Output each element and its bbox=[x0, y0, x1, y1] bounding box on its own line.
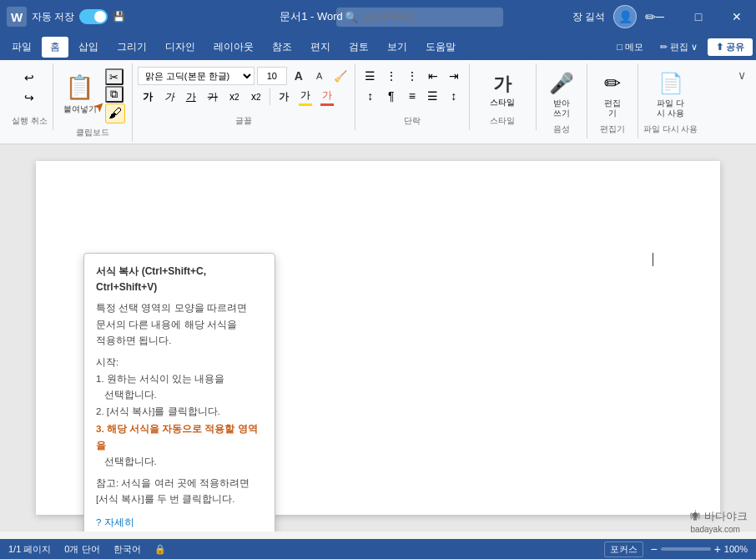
memo-label: 메모 bbox=[625, 41, 643, 53]
edit-label: 편집 bbox=[670, 41, 688, 53]
editor-button[interactable]: ✏ 편집기 bbox=[592, 67, 633, 122]
font-size-input[interactable] bbox=[257, 67, 287, 85]
undo-button[interactable]: ↩ bbox=[19, 68, 39, 87]
file-reuse-icon: 📄 bbox=[658, 70, 683, 97]
menu-layout[interactable]: 레이아웃 bbox=[205, 37, 262, 58]
menu-references[interactable]: 참조 bbox=[264, 37, 300, 58]
multilevel-list-button[interactable]: ⋮ bbox=[402, 67, 422, 85]
search-input[interactable] bbox=[363, 11, 488, 23]
tooltip-desc: 특정 선택 영역의 모양을 따르려면문서의 다른 내용에 해당 서식을적용하면 … bbox=[96, 300, 263, 350]
redo-button[interactable]: ↪ bbox=[19, 88, 39, 107]
ribbon-group-style: 가 스타일 스타일 bbox=[470, 63, 537, 130]
ribbon-group-editor: ✏ 편집기 편집기 bbox=[587, 63, 638, 138]
copy-button[interactable]: ⧉ bbox=[105, 86, 123, 103]
ribbon-expand-button[interactable]: ∨ bbox=[734, 67, 749, 83]
menu-home[interactable]: 홈 bbox=[42, 37, 68, 58]
maximize-button[interactable]: □ bbox=[679, 0, 718, 33]
cut-button[interactable]: ✂ bbox=[105, 68, 123, 85]
doc-title: 문서1 - Word bbox=[280, 9, 343, 24]
autosave-area: 자동 저장 💾 bbox=[32, 9, 125, 24]
text-effects-button[interactable]: 가 bbox=[274, 88, 294, 106]
file-reuse-button[interactable]: 📄 파일 다시 사용 bbox=[650, 67, 691, 122]
font-shrink-button[interactable]: A bbox=[310, 67, 329, 85]
minimize-button[interactable]: ─ bbox=[641, 0, 679, 33]
font-row2: 가 가 가 가 x2 x2 가 가 bbox=[138, 88, 350, 106]
font-name-select[interactable]: 맑은 고딕(본문 한글) bbox=[138, 67, 255, 85]
show-marks-button[interactable]: ¶ bbox=[381, 87, 401, 105]
zoom-controls: − + 100% bbox=[650, 542, 748, 556]
menu-bar: 파일 홈 삽입 그리기 디자인 레이아웃 참조 편지 검토 보기 도움말 □ 메… bbox=[0, 33, 756, 60]
superscript-button[interactable]: x2 bbox=[246, 88, 266, 106]
share-button[interactable]: ⬆ 공유 bbox=[708, 38, 753, 56]
paragraph-bottom: ↕ ¶ ≡ ☰ ↕ bbox=[360, 87, 464, 105]
window-controls: ─ □ ✕ bbox=[641, 0, 756, 33]
strikethrough-button[interactable]: 가 bbox=[203, 88, 223, 106]
format-painter-area: 🖌 ➤ bbox=[105, 103, 125, 123]
tooltip-learn-more[interactable]: ? 자세히 bbox=[96, 515, 263, 530]
zoom-level: 100% bbox=[724, 544, 748, 554]
bullet-list-button[interactable]: ☰ bbox=[360, 67, 381, 85]
tooltip-title: 서식 복사 (Ctrl+Shift+C, Ctrl+Shift+V) bbox=[96, 264, 263, 295]
small-clipboard-buttons: ✂ ⧉ 🖌 ➤ bbox=[103, 67, 127, 125]
editor-label: 편집기 bbox=[604, 98, 621, 118]
menu-insert[interactable]: 삽입 bbox=[70, 37, 107, 58]
edit-mode-button[interactable]: ✏ 편집 ∨ bbox=[653, 38, 704, 56]
menu-help[interactable]: 도움말 bbox=[417, 37, 464, 58]
ribbon-group-clipboard: 📋 붙여넣기 ✂ ⧉ 🖌 ➤ 클립보드 bbox=[53, 63, 133, 142]
numbered-list-button[interactable]: ⋮ bbox=[381, 67, 401, 85]
ribbon-label-font: 글꼴 bbox=[235, 113, 252, 127]
font-color-bar bbox=[320, 103, 334, 106]
dictate-icon: 🎤 bbox=[549, 70, 574, 97]
menu-mail[interactable]: 편지 bbox=[302, 37, 339, 58]
document-area: 서식 복사 (Ctrl+Shift+C, Ctrl+Shift+V) 특정 선택… bbox=[0, 144, 756, 531]
font-grow-button[interactable]: A bbox=[290, 67, 308, 85]
menu-view[interactable]: 보기 bbox=[379, 37, 416, 58]
bold-button[interactable]: 가 bbox=[138, 88, 158, 106]
ribbon-label-voice: 음성 bbox=[553, 122, 570, 135]
italic-button[interactable]: 가 bbox=[159, 88, 179, 106]
user-name: 장 길석 bbox=[572, 10, 605, 24]
indent-increase-button[interactable]: ⇥ bbox=[444, 67, 464, 85]
status-right: 포커스 − + 100% bbox=[604, 541, 748, 557]
clear-format-button[interactable]: 🧹 bbox=[331, 67, 350, 85]
memo-button[interactable]: □ 메모 bbox=[610, 38, 650, 56]
style-button[interactable]: 가 스타일 bbox=[483, 68, 522, 112]
menu-draw[interactable]: 그리기 bbox=[108, 37, 155, 58]
text-cursor bbox=[653, 253, 653, 266]
font-row1: 맑은 고딕(본문 한글) A A 🧹 bbox=[138, 67, 350, 85]
editor-icon: ✏ bbox=[604, 70, 621, 97]
share-icon: ⬆ bbox=[716, 42, 723, 53]
autosave-label: 자동 저장 bbox=[32, 10, 74, 24]
indent-decrease-button[interactable]: ⇤ bbox=[423, 67, 443, 85]
highlight-icon: 가 bbox=[299, 88, 312, 106]
ribbon-group-file-reuse: 📄 파일 다시 사용 파일 다시 사용 bbox=[638, 63, 703, 138]
line-spacing-button[interactable]: ↕ bbox=[444, 87, 464, 105]
font-color-button[interactable]: 가 bbox=[317, 88, 337, 106]
zoom-in-button[interactable]: + bbox=[714, 542, 721, 556]
menu-file[interactable]: 파일 bbox=[3, 37, 40, 58]
dictate-button[interactable]: 🎤 받아쓰기 bbox=[542, 67, 582, 122]
menu-design[interactable]: 디자인 bbox=[157, 37, 204, 58]
ribbon-group-paragraph: ☰ ⋮ ⋮ ⇤ ⇥ ↕ ¶ ≡ ☰ ↕ 단락 bbox=[355, 63, 470, 130]
tooltip-step3: 3. 해당 서식을 자동으로 적용할 영역을 선택합니다. bbox=[96, 421, 263, 471]
zoom-slider[interactable] bbox=[661, 547, 711, 551]
user-avatar[interactable]: 👤 bbox=[613, 5, 637, 28]
learn-more-label: 자세히 bbox=[104, 515, 134, 530]
focus-button[interactable]: 포커스 bbox=[604, 541, 643, 557]
align-center-button[interactable]: ☰ bbox=[423, 87, 443, 105]
save-icon[interactable]: 💾 bbox=[113, 11, 125, 23]
highlight-button[interactable]: 가 bbox=[295, 88, 315, 106]
sort-button[interactable]: ↕ bbox=[360, 87, 381, 105]
subscript-button[interactable]: x2 bbox=[224, 88, 244, 106]
underline-button[interactable]: 가 bbox=[181, 88, 201, 106]
menu-review[interactable]: 검토 bbox=[340, 37, 377, 58]
close-button[interactable]: ✕ bbox=[718, 0, 756, 33]
font-color-icon: 가 bbox=[320, 88, 334, 106]
zoom-out-button[interactable]: − bbox=[650, 542, 657, 556]
ribbon-label-paragraph: 단락 bbox=[404, 113, 421, 127]
ribbon-label-file-reuse: 파일 다시 사용 bbox=[643, 122, 698, 135]
memo-icon: □ bbox=[617, 42, 622, 52]
align-left-button[interactable]: ≡ bbox=[402, 87, 422, 105]
autosave-toggle[interactable] bbox=[79, 9, 108, 24]
format-painter-button[interactable]: 🖌 bbox=[105, 103, 125, 123]
